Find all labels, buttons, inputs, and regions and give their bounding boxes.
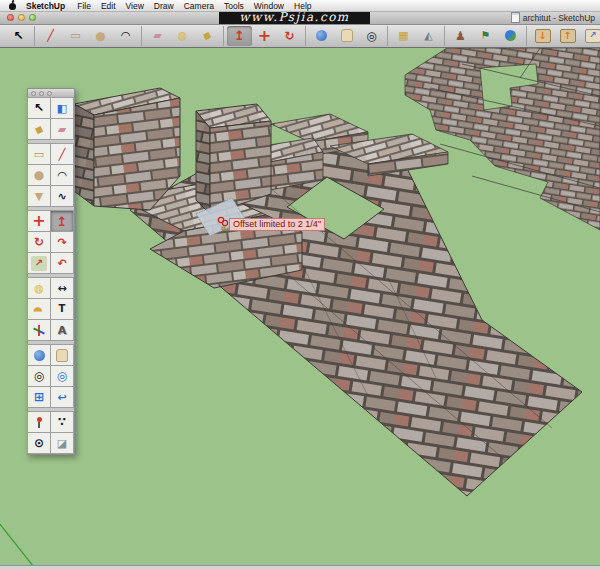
share-models-button[interactable] bbox=[555, 26, 580, 46]
menu-camera[interactable]: Camera bbox=[179, 1, 219, 11]
section-plane-tool[interactable] bbox=[50, 432, 74, 454]
place-model-button[interactable] bbox=[473, 26, 498, 46]
axes-tool[interactable] bbox=[27, 319, 51, 341]
paint-bucket-button[interactable] bbox=[195, 26, 220, 46]
zoom-button[interactable] bbox=[359, 26, 384, 46]
arc-tool[interactable] bbox=[50, 164, 74, 186]
window-title: architut - SketchUp bbox=[523, 13, 595, 23]
zoom-window-button[interactable] bbox=[29, 14, 36, 21]
palette-row bbox=[28, 433, 74, 454]
paint-bucket-tool[interactable] bbox=[27, 118, 51, 140]
menu-draw[interactable]: Draw bbox=[149, 1, 179, 11]
palette-row bbox=[28, 320, 74, 341]
orbit-tool[interactable] bbox=[27, 344, 51, 366]
select-tool[interactable] bbox=[27, 97, 51, 119]
menu-sketchup[interactable]: SketchUp bbox=[21, 1, 72, 11]
move-tool[interactable] bbox=[27, 210, 51, 232]
scale-icon bbox=[31, 256, 47, 271]
zoom-tool[interactable] bbox=[27, 365, 51, 387]
push-pull-tool[interactable] bbox=[50, 210, 74, 232]
document-title: architut - SketchUp bbox=[511, 11, 595, 24]
pan-icon bbox=[54, 348, 70, 363]
tape-measure-button[interactable] bbox=[170, 26, 195, 46]
make-component-tool[interactable] bbox=[50, 97, 74, 119]
position-camera-tool[interactable] bbox=[27, 411, 51, 433]
menu-help[interactable]: Help bbox=[289, 1, 316, 11]
menu-window[interactable]: Window bbox=[249, 1, 289, 11]
eraser-tool[interactable] bbox=[50, 118, 74, 140]
minimize-button[interactable] bbox=[18, 14, 25, 21]
get-models-button[interactable] bbox=[530, 26, 555, 46]
menu-file[interactable]: File bbox=[72, 1, 96, 11]
orbit-icon bbox=[31, 348, 47, 363]
previous-tool[interactable] bbox=[50, 386, 74, 408]
close-button[interactable] bbox=[7, 14, 14, 21]
push-pull-button[interactable] bbox=[227, 26, 252, 46]
paint-bucket-icon bbox=[200, 28, 216, 43]
title-bar[interactable]: www.Psjia.com architut - SketchUp bbox=[0, 11, 600, 25]
palette-minimize-button[interactable] bbox=[39, 91, 44, 96]
line-tool[interactable] bbox=[50, 143, 74, 165]
move-button[interactable] bbox=[252, 26, 277, 46]
menu-tools[interactable]: Tools bbox=[219, 1, 249, 11]
dimension-tool[interactable] bbox=[50, 277, 74, 299]
photo-textures-icon bbox=[453, 28, 469, 43]
rectangle-tool[interactable] bbox=[27, 143, 51, 165]
select-icon bbox=[11, 28, 27, 43]
circle-tool[interactable] bbox=[27, 164, 51, 186]
3d-text-tool[interactable] bbox=[50, 319, 74, 341]
walk-tool[interactable] bbox=[50, 411, 74, 433]
brick-tower bbox=[196, 104, 271, 214]
preview-google-earth-icon bbox=[503, 28, 519, 43]
palette-row bbox=[28, 210, 74, 232]
menu-edit[interactable]: Edit bbox=[96, 1, 121, 11]
scene-svg[interactable] bbox=[0, 48, 600, 565]
share-component-button[interactable] bbox=[580, 26, 600, 46]
zoom-extents-tool[interactable] bbox=[27, 386, 51, 408]
section-plane-icon bbox=[54, 436, 70, 451]
orbit-button[interactable] bbox=[309, 26, 334, 46]
palette-row bbox=[28, 253, 74, 274]
follow-me-tool[interactable] bbox=[50, 231, 74, 253]
add-location-button[interactable] bbox=[391, 26, 416, 46]
eraser-button[interactable] bbox=[145, 26, 170, 46]
palette-row bbox=[28, 232, 74, 253]
text-tool[interactable] bbox=[50, 298, 74, 320]
palette-close-button[interactable] bbox=[31, 91, 36, 96]
arc-button[interactable] bbox=[113, 26, 138, 46]
arc-icon bbox=[54, 168, 70, 183]
rotate-button[interactable] bbox=[277, 26, 302, 46]
look-around-tool[interactable] bbox=[27, 432, 51, 454]
pan-tool[interactable] bbox=[50, 344, 74, 366]
scale-tool[interactable] bbox=[27, 252, 51, 274]
toggle-terrain-button[interactable] bbox=[416, 26, 441, 46]
apple-menu-icon[interactable] bbox=[9, 1, 17, 10]
zoom-window-tool[interactable] bbox=[50, 365, 74, 387]
rotate-tool[interactable] bbox=[27, 231, 51, 253]
polygon-tool[interactable] bbox=[27, 185, 51, 207]
protractor-tool[interactable] bbox=[27, 298, 51, 320]
orbit-icon bbox=[314, 28, 330, 43]
document-icon bbox=[511, 12, 520, 23]
circle-button[interactable] bbox=[88, 26, 113, 46]
line-button[interactable] bbox=[38, 26, 63, 46]
share-component-icon bbox=[585, 29, 600, 43]
photo-textures-button[interactable] bbox=[448, 26, 473, 46]
freehand-tool[interactable] bbox=[50, 185, 74, 207]
drawing-canvas[interactable]: Offset limited to 2 1/4" bbox=[0, 48, 600, 565]
toolbar-group bbox=[224, 26, 306, 46]
menu-view[interactable]: View bbox=[121, 1, 149, 11]
place-model-icon bbox=[478, 28, 494, 43]
follow-me-icon bbox=[54, 235, 70, 250]
offset-tool[interactable] bbox=[50, 252, 74, 274]
preview-google-earth-button[interactable] bbox=[498, 26, 523, 46]
palette-zoom-button[interactable] bbox=[47, 91, 52, 96]
tool-palette bbox=[27, 88, 75, 455]
pan-button[interactable] bbox=[334, 26, 359, 46]
rectangle-button[interactable] bbox=[63, 26, 88, 46]
move-icon bbox=[31, 214, 47, 229]
tape-measure-tool[interactable] bbox=[27, 277, 51, 299]
toolbar-group bbox=[35, 26, 142, 46]
palette-row bbox=[28, 277, 74, 299]
select-button[interactable] bbox=[6, 26, 31, 46]
